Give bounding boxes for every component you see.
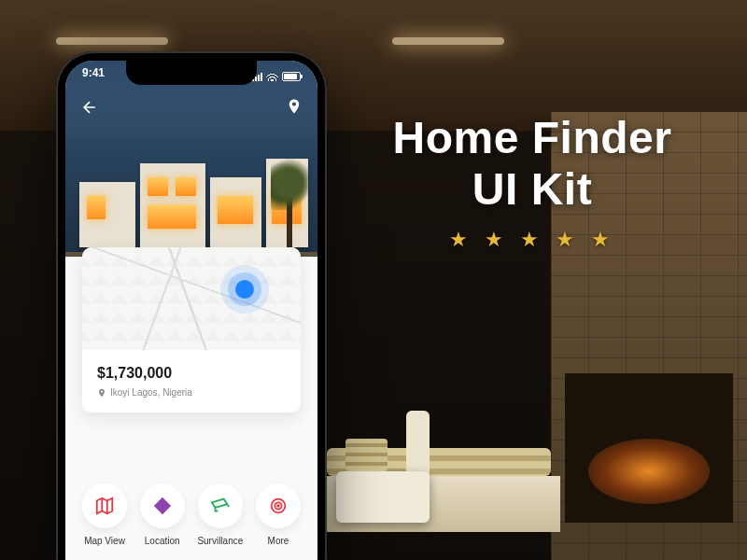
- feature-map-view[interactable]: Map View: [82, 483, 127, 546]
- location-pin-icon: [97, 388, 106, 398]
- tree-illustration: [271, 154, 308, 247]
- feature-label: More: [268, 536, 289, 546]
- feature-surveillance[interactable]: Survillance: [197, 483, 243, 546]
- pin-icon: [286, 98, 303, 115]
- status-time: 9:41: [82, 66, 105, 87]
- house-illustration: [79, 154, 303, 257]
- listing-info: $1,730,000 Ikoyi Lagos, Nigeria: [82, 350, 301, 413]
- target-icon: [268, 496, 289, 516]
- arrow-left-icon: [80, 98, 99, 117]
- feature-label: Location: [145, 536, 180, 546]
- title-line-2: UI Kit: [383, 163, 682, 215]
- battery-icon: [282, 72, 301, 81]
- map-preview[interactable]: [82, 247, 301, 350]
- content-area: $1,730,000 Ikoyi Lagos, Nigeria Map View: [65, 257, 317, 560]
- phone-screen: 9:41: [65, 61, 317, 560]
- camera-icon: [210, 496, 231, 516]
- promo-title-block: Home Finder UI Kit ★ ★ ★ ★ ★: [383, 112, 682, 252]
- back-button[interactable]: [80, 98, 99, 120]
- feature-label: Map View: [84, 536, 125, 546]
- feature-location[interactable]: Location: [140, 483, 185, 546]
- listing-location-row: Ikoyi Lagos, Nigeria: [97, 387, 286, 398]
- listing-price: $1,730,000: [97, 365, 286, 382]
- svg-point-2: [277, 505, 279, 507]
- title-line-1: Home Finder: [383, 112, 682, 163]
- status-indicators: [252, 66, 301, 87]
- listing-card[interactable]: $1,730,000 Ikoyi Lagos, Nigeria: [82, 247, 301, 413]
- directions-icon: [152, 496, 173, 516]
- map-pin-button[interactable]: [286, 98, 303, 119]
- armchair: [336, 411, 430, 523]
- wifi-icon: [266, 72, 278, 81]
- map-icon: [94, 496, 115, 516]
- rating-stars: ★ ★ ★ ★ ★: [383, 228, 682, 252]
- feature-label: Survillance: [197, 536, 243, 546]
- phone-notch: [126, 61, 257, 85]
- phone-mockup: 9:41: [56, 51, 327, 560]
- user-location-dot: [235, 280, 254, 299]
- fire-glow: [588, 439, 710, 504]
- listing-location-text: Ikoyi Lagos, Nigeria: [110, 387, 192, 398]
- feature-row: Map View Location Survillance: [82, 483, 301, 546]
- feature-more[interactable]: More: [256, 483, 301, 546]
